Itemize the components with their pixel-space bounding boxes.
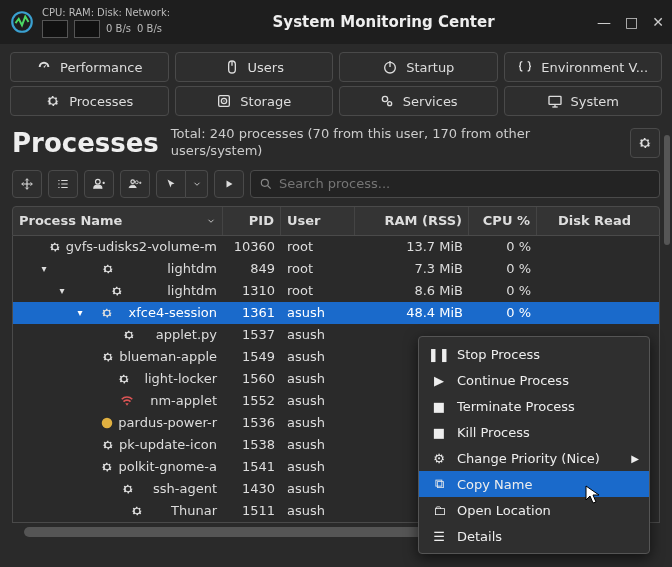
window-title: System Monitoring Center — [176, 13, 591, 31]
col-user[interactable]: User — [281, 207, 355, 235]
svg-point-17 — [102, 418, 113, 429]
process-pid: 1430 — [223, 481, 281, 496]
stop-icon: ■ — [431, 399, 447, 414]
process-pid: 1536 — [223, 415, 281, 430]
ram-label: RAM: — [69, 7, 94, 18]
svg-point-16 — [261, 179, 268, 186]
process-pid: 1560 — [223, 371, 281, 386]
col-ram[interactable]: RAM (RSS) — [355, 207, 469, 235]
toolbar — [0, 170, 672, 206]
close-button[interactable]: ✕ — [652, 14, 664, 30]
tab-system[interactable]: System — [504, 86, 663, 116]
disk-icon — [216, 93, 232, 109]
tab-performance[interactable]: Performance — [10, 52, 169, 82]
app-icon — [8, 8, 36, 36]
process-name: pk-update-icon — [119, 437, 217, 452]
gear-small-icon: ⚙ — [431, 451, 447, 466]
table-row[interactable]: ▾lightdm849root7.3 MiB0 % — [13, 258, 659, 280]
process-ram: 7.3 MiB — [355, 261, 469, 276]
tab-performance-label: Performance — [60, 60, 142, 75]
pointer-button[interactable] — [156, 170, 186, 198]
net-label: Network: — [125, 7, 170, 18]
menu-change-priority[interactable]: ⚙Change Priority (Nice)▶ — [419, 445, 649, 471]
menu-open-location[interactable]: 🗀Open Location — [419, 497, 649, 523]
svg-rect-10 — [549, 96, 561, 104]
col-cpu[interactable]: CPU % — [469, 207, 537, 235]
menu-details[interactable]: ☰Details — [419, 523, 649, 549]
mouse-icon — [224, 59, 240, 75]
process-user: asush — [281, 503, 355, 518]
vertical-scrollbar[interactable] — [664, 85, 670, 365]
process-user: asush — [281, 481, 355, 496]
tab-startup[interactable]: Startup — [339, 52, 498, 82]
settings-button[interactable] — [630, 128, 660, 158]
menu-terminate-process[interactable]: ■Terminate Process — [419, 393, 649, 419]
tab-environment[interactable]: Environment V... — [504, 52, 663, 82]
tab-users[interactable]: Users — [175, 52, 334, 82]
user-filter-button[interactable] — [84, 170, 114, 198]
folder-icon: 🗀 — [431, 503, 447, 518]
process-user: asush — [281, 437, 355, 452]
table-header: Process Name PID User RAM (RSS) CPU % Di… — [12, 206, 660, 236]
svg-point-15 — [135, 181, 138, 184]
col-pid[interactable]: PID — [223, 207, 281, 235]
expand-button[interactable] — [12, 170, 42, 198]
tab-system-label: System — [571, 94, 619, 109]
pointer-dropdown[interactable] — [186, 170, 208, 198]
ram-mini-graph — [74, 20, 100, 38]
table-row[interactable]: ▾xfce4-session1361asush48.4 MiB0 % — [13, 302, 659, 324]
col-name[interactable]: Process Name — [13, 207, 223, 235]
users-filter-button[interactable] — [120, 170, 150, 198]
svg-point-14 — [131, 180, 135, 184]
process-pid: 849 — [223, 261, 281, 276]
process-user: asush — [281, 349, 355, 364]
play-button[interactable] — [214, 170, 244, 198]
page-title: Processes — [12, 128, 159, 158]
chevron-down-icon — [192, 179, 202, 189]
tab-processes[interactable]: Processes — [10, 86, 169, 116]
play-icon — [223, 178, 235, 190]
process-name: pardus-power-r — [118, 415, 217, 430]
disk-label: Disk: — [97, 7, 122, 18]
title-bar: CPU: RAM: Disk: Network: 0 B/s 0 B/s Sys… — [0, 0, 672, 44]
process-name: xfce4-session — [129, 305, 218, 320]
process-name: nm-applet — [150, 393, 217, 408]
search-box[interactable] — [250, 170, 660, 198]
process-user: root — [281, 239, 355, 254]
tab-services[interactable]: Services — [339, 86, 498, 116]
maximize-button[interactable]: □ — [625, 14, 638, 30]
gear-icon — [45, 93, 61, 109]
process-ram: 48.4 MiB — [355, 305, 469, 320]
search-input[interactable] — [279, 176, 651, 191]
menu-continue-process[interactable]: ▶Continue Process — [419, 367, 649, 393]
process-name: gvfs-udisks2-volume-m — [66, 239, 217, 254]
process-name: applet.py — [156, 327, 217, 342]
col-disk[interactable]: Disk Read — [537, 207, 637, 235]
process-name: lightdm — [167, 261, 217, 276]
table-row[interactable]: ▾lightdm1310root8.6 MiB0 % — [13, 280, 659, 302]
process-name: lightdm — [167, 283, 217, 298]
process-pid: 1552 — [223, 393, 281, 408]
tab-processes-label: Processes — [69, 94, 133, 109]
process-name: blueman-apple — [119, 349, 217, 364]
menu-stop-process[interactable]: ❚❚Stop Process — [419, 341, 649, 367]
svg-point-7 — [224, 100, 225, 101]
process-ram: 8.6 MiB — [355, 283, 469, 298]
menu-kill-process[interactable]: ■Kill Process — [419, 419, 649, 445]
list-view-button[interactable] — [48, 170, 78, 198]
menu-copy-name[interactable]: ⧉Copy Name — [419, 471, 649, 497]
tab-storage[interactable]: Storage — [175, 86, 334, 116]
process-user: asush — [281, 327, 355, 342]
process-user: asush — [281, 305, 355, 320]
speedometer-icon — [36, 59, 52, 75]
expand-icon — [20, 177, 34, 191]
tab-environment-label: Environment V... — [541, 60, 648, 75]
table-row[interactable]: gvfs-udisks2-volume-m10360root13.7 MiB0 … — [13, 236, 659, 258]
minimize-button[interactable]: — — [597, 14, 611, 30]
monitor-icon — [547, 93, 563, 109]
svg-point-9 — [387, 102, 391, 106]
tab-row-1: Performance Users Startup Environment V.… — [0, 44, 672, 86]
list-icon — [56, 177, 70, 191]
process-user: asush — [281, 393, 355, 408]
process-name: light-locker — [144, 371, 217, 386]
